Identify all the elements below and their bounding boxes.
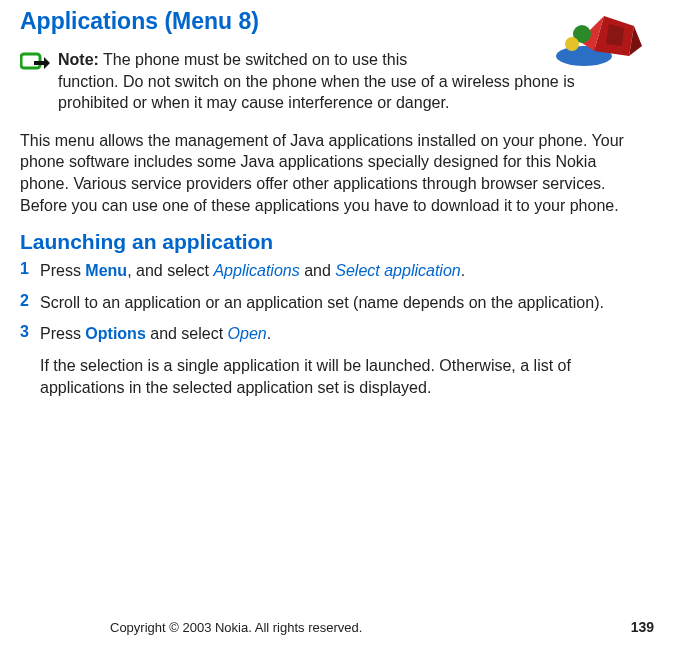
copyright-text: Copyright © 2003 Nokia. All rights reser…	[110, 620, 362, 635]
step-3: 3 Press Options and select Open.	[20, 323, 640, 345]
section-title: Launching an application	[20, 230, 654, 254]
menu-keyword: Menu	[85, 262, 127, 279]
step-2: 2 Scroll to an application or an applica…	[20, 292, 640, 314]
applications-keyword: Applications	[213, 262, 299, 279]
options-keyword: Options	[85, 325, 145, 342]
select-application-keyword: Select application	[335, 262, 460, 279]
page-number: 139	[631, 619, 654, 635]
apps-decorative-image	[534, 6, 654, 74]
svg-marker-4	[606, 24, 624, 46]
intro-paragraph: This menu allows the management of Java …	[20, 130, 640, 216]
note-label: Note:	[58, 51, 99, 68]
step-3-followup: If the selection is a single application…	[40, 355, 640, 398]
text: and select	[146, 325, 228, 342]
text: and	[300, 262, 336, 279]
step-body: Press Menu, and select Applications and …	[40, 260, 465, 282]
step-number: 2	[20, 292, 40, 310]
note-icon	[20, 51, 50, 79]
step-body: Scroll to an application or an applicati…	[40, 292, 604, 314]
text: .	[267, 325, 271, 342]
text: Press	[40, 325, 85, 342]
text: .	[461, 262, 465, 279]
text: , and select	[127, 262, 213, 279]
step-1: 1 Press Menu, and select Applications an…	[20, 260, 640, 282]
note-line-1: The phone must be switched on to use thi…	[103, 51, 407, 68]
svg-point-6	[565, 37, 579, 51]
page-footer: Copyright © 2003 Nokia. All rights reser…	[20, 619, 654, 635]
step-number: 3	[20, 323, 40, 341]
open-keyword: Open	[228, 325, 267, 342]
step-body: Press Options and select Open.	[40, 323, 271, 345]
text: Press	[40, 262, 85, 279]
step-number: 1	[20, 260, 40, 278]
note-line-2: function. Do not switch on the phone whe…	[58, 73, 575, 112]
